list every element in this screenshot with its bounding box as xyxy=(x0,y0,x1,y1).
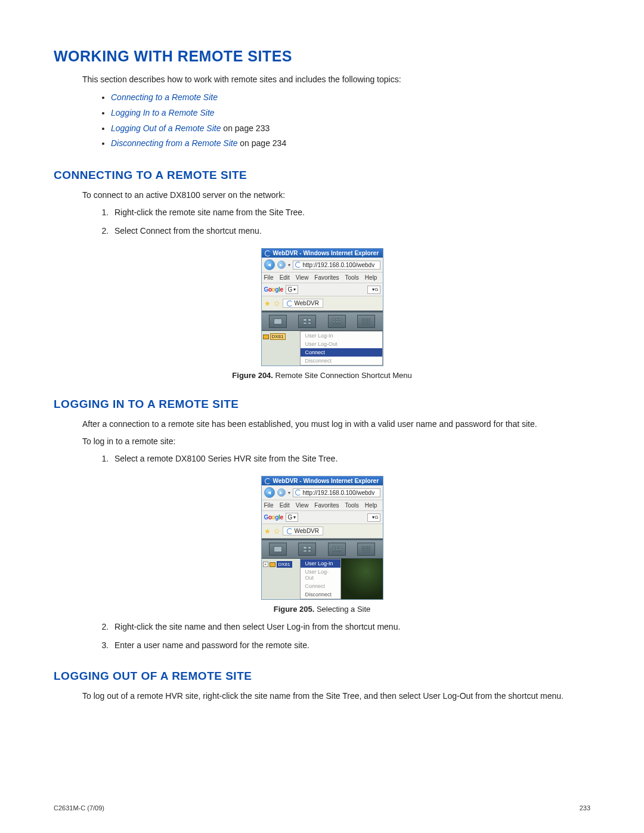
address-input[interactable]: http://192.168.0.100/webdv xyxy=(293,261,380,270)
screenshot-login-menu: WebDVR - Windows Internet Explorer ◄ ▸ ▾… xyxy=(261,476,383,600)
video-pane xyxy=(341,559,383,599)
menu-view[interactable]: View xyxy=(296,274,309,281)
menu-help[interactable]: Help xyxy=(365,274,377,281)
figure-204-caption: Figure 204. Remote Site Connection Short… xyxy=(54,371,590,380)
screenshot-connect-menu: WebDVR - Windows Internet Explorer ◄ ▸ ▾… xyxy=(261,248,383,366)
favorites-star-icon[interactable]: ★ xyxy=(264,299,271,308)
site-node-label: DX81 xyxy=(277,561,292,568)
menu-file[interactable]: File xyxy=(264,274,274,281)
add-favorite-icon[interactable]: ✩ xyxy=(274,299,280,308)
toc-link-logging-out[interactable]: Logging Out of a Remote Site xyxy=(111,123,221,133)
google-toolbar: Google G▾ ▾G xyxy=(262,283,383,296)
favorites-bar: ★ ✩ WebDVR xyxy=(262,296,383,311)
menu-help[interactable]: Help xyxy=(365,502,377,509)
favorites-star-icon[interactable]: ★ xyxy=(264,527,271,535)
tab-label: WebDVR xyxy=(295,528,320,534)
layout-1x1-button[interactable] xyxy=(269,315,287,328)
page-footer: C2631M-C (7/09) 233 xyxy=(54,804,590,812)
ctx-disconnect[interactable]: Disconnect xyxy=(301,357,382,365)
site-icon xyxy=(263,335,269,339)
google-logo: Google xyxy=(264,286,283,293)
figure-205: WebDVR - Windows Internet Explorer ◄ ▸ ▾… xyxy=(54,476,590,614)
menu-view[interactable]: View xyxy=(296,502,309,509)
ie-menu-bar: File Edit View Favorites Tools Help xyxy=(262,272,383,283)
menu-favorites[interactable]: Favorites xyxy=(314,274,339,281)
ctx-logout[interactable]: User Log-Out xyxy=(301,568,341,582)
menu-tools[interactable]: Tools xyxy=(345,502,358,509)
context-menu: User Log-In User Log-Out Connect Disconn… xyxy=(300,559,342,599)
ie-titlebar: WebDVR - Windows Internet Explorer xyxy=(262,476,383,485)
back-button[interactable]: ◄ xyxy=(264,487,275,498)
dropdown-icon[interactable]: ▾ xyxy=(288,490,290,496)
ctx-connect[interactable]: Connect xyxy=(301,582,341,590)
tree-expand-icon[interactable]: + xyxy=(263,562,268,567)
menu-edit[interactable]: Edit xyxy=(280,274,290,281)
forward-button[interactable]: ▸ xyxy=(277,488,286,497)
step-item: Select Connect from the shortcut menu. xyxy=(111,225,590,237)
sec2-steps-cont: Right-click the site name and then selec… xyxy=(111,621,590,652)
layout-4x4-button[interactable] xyxy=(357,543,375,556)
webdvr-app-body: + DX81 User Log-In User Log-Out Connect … xyxy=(262,538,383,599)
layout-3x3-button[interactable] xyxy=(328,315,346,328)
sec3-p: To log out of a remote HVR site, right-c… xyxy=(82,690,590,702)
intro-paragraph: This section describes how to work with … xyxy=(82,73,590,86)
browser-tab[interactable]: WebDVR xyxy=(283,527,324,535)
url-text: http://192.168.0.100/webdv xyxy=(303,490,375,496)
tree-node[interactable]: + DX81 xyxy=(263,561,299,568)
tree-node[interactable]: DX81 xyxy=(263,333,299,340)
google-toolbar: Google G▾ ▾G xyxy=(262,511,383,524)
toc-list: Connecting to a Remote Site Logging In t… xyxy=(111,91,590,151)
layout-1x1-button[interactable] xyxy=(269,543,287,556)
step-item: Right-click the site name and then selec… xyxy=(111,621,590,633)
address-input[interactable]: http://192.168.0.100/webdv xyxy=(293,488,380,497)
sec1-intro: To connect to an active DX8100 server on… xyxy=(82,189,590,202)
step-item: Enter a user name and password for the r… xyxy=(111,639,590,652)
layout-2x2-button[interactable] xyxy=(298,315,316,328)
menu-tools[interactable]: Tools xyxy=(345,274,358,281)
dropdown-icon[interactable]: ▾ xyxy=(288,262,290,268)
layout-4x4-button[interactable] xyxy=(357,315,375,328)
google-search-box[interactable]: G▾ xyxy=(286,285,299,294)
ctx-login[interactable]: User Log-In xyxy=(301,559,341,568)
toc-link-connecting[interactable]: Connecting to a Remote Site xyxy=(111,92,218,102)
layout-2x2-button[interactable] xyxy=(298,543,316,556)
menu-file[interactable]: File xyxy=(264,502,274,509)
back-button[interactable]: ◄ xyxy=(264,259,275,270)
ctx-login[interactable]: User Log-In xyxy=(301,332,382,340)
forward-button[interactable]: ▸ xyxy=(277,261,286,269)
site-node-label: DX81 xyxy=(270,333,286,340)
menu-edit[interactable]: Edit xyxy=(280,502,290,509)
step-item: Right-click the remote site name from th… xyxy=(111,206,590,219)
ctx-connect[interactable]: Connect xyxy=(301,348,382,357)
google-search-box[interactable]: G▾ xyxy=(286,513,299,522)
favorites-bar: ★ ✩ WebDVR xyxy=(262,524,383,538)
toc-pageref: on page 233 xyxy=(221,123,270,133)
footer-doc-id: C2631M-C (7/09) xyxy=(54,804,104,812)
ie-menu-bar: File Edit View Favorites Tools Help xyxy=(262,500,383,511)
menu-favorites[interactable]: Favorites xyxy=(314,502,339,509)
figure-205-caption: Figure 205. Selecting a Site xyxy=(54,605,590,614)
layout-3x3-button[interactable] xyxy=(328,543,346,556)
site-tree-pane: DX81 xyxy=(262,331,300,366)
layout-toolbar xyxy=(262,540,383,559)
google-go-button[interactable]: ▾G xyxy=(367,286,380,294)
toc-link-logging-in[interactable]: Logging In to a Remote Site xyxy=(111,108,215,117)
google-logo: Google xyxy=(264,514,283,521)
ctx-disconnect[interactable]: Disconnect xyxy=(301,590,341,599)
page-icon xyxy=(295,262,301,268)
context-menu: User Log-In User Log-Out Connect Disconn… xyxy=(300,331,383,366)
ie-address-bar: ◄ ▸ ▾ http://192.168.0.100/webdv xyxy=(262,485,383,500)
url-text: http://192.168.0.100/webdv xyxy=(303,262,375,268)
sec2-p1: After a connection to a remote site has … xyxy=(82,418,590,431)
ie-titlebar: WebDVR - Windows Internet Explorer xyxy=(262,249,383,258)
webdvr-app-body: DX81 User Log-In User Log-Out Connect Di… xyxy=(262,311,383,366)
page-icon xyxy=(295,490,301,496)
toc-link-disconnecting[interactable]: Disconnecting from a Remote Site xyxy=(111,138,237,148)
tab-label: WebDVR xyxy=(295,300,320,306)
step-item: Select a remote DX8100 Series HVR site f… xyxy=(111,453,590,465)
site-icon xyxy=(270,562,275,567)
add-favorite-icon[interactable]: ✩ xyxy=(274,527,280,535)
browser-tab[interactable]: WebDVR xyxy=(283,299,324,308)
google-go-button[interactable]: ▾G xyxy=(367,513,380,522)
ctx-logout[interactable]: User Log-Out xyxy=(301,340,382,348)
